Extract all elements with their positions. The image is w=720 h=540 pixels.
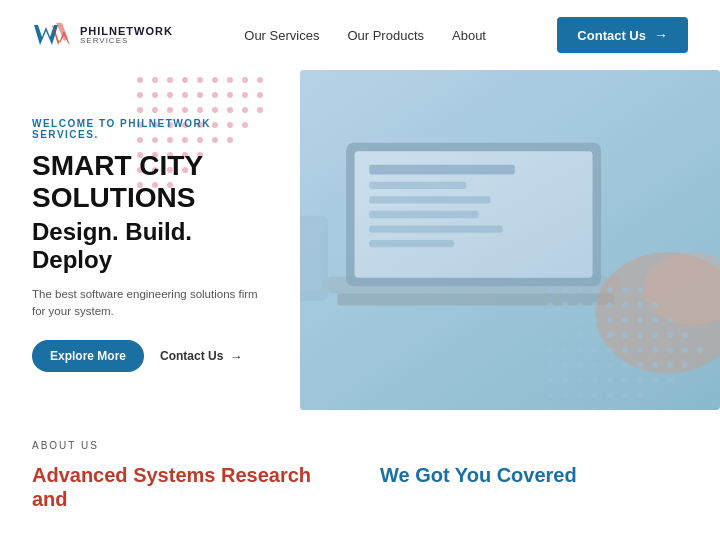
- about-columns: Advanced Systems Research and We Got You…: [32, 463, 688, 511]
- hero-contact-link[interactable]: Contact Us →: [160, 349, 242, 364]
- svg-rect-67: [338, 293, 615, 305]
- our-services-link[interactable]: Our Services: [244, 28, 319, 43]
- about-label: ABOUT US: [32, 440, 688, 451]
- navbar: PHILNETWORK SERVICES Our Services Our Pr…: [0, 0, 720, 70]
- svg-marker-0: [34, 25, 58, 45]
- our-products-link[interactable]: Our Products: [347, 28, 424, 43]
- explore-more-button[interactable]: Explore More: [32, 340, 144, 372]
- logo-icon: [32, 19, 72, 51]
- logo-sub: SERVICES: [80, 37, 173, 46]
- hero-image-bg: [300, 70, 720, 410]
- svg-rect-63: [369, 196, 490, 203]
- about-section: ABOUT US Advanced Systems Research and W…: [0, 410, 720, 511]
- svg-rect-65: [369, 225, 503, 232]
- arrow-icon: →: [654, 27, 668, 43]
- hero-left-content: WELCOME TO PHILNETWORK SERVICES. SMART C…: [0, 70, 290, 410]
- svg-rect-62: [369, 182, 466, 189]
- about-link[interactable]: About: [452, 28, 486, 43]
- welcome-text: WELCOME TO PHILNETWORK SERVICES.: [32, 118, 258, 140]
- laptop-illustration: [300, 70, 720, 410]
- hero-description: The best software engineering solutions …: [32, 286, 258, 321]
- nav-links: Our Services Our Products About: [244, 26, 486, 44]
- logo-text: PHILNETWORK SERVICES: [80, 25, 173, 46]
- contact-arrow-icon: →: [229, 349, 242, 364]
- hero-section: dots WELCOME TO PHILNETWORK SERVICES. SM…: [0, 70, 720, 410]
- nav-our-services[interactable]: Our Services: [244, 26, 319, 44]
- about-col1-title: Advanced Systems Research and: [32, 463, 340, 511]
- hero-subtitle: Design. Build. Deploy: [32, 218, 258, 274]
- svg-rect-66: [369, 240, 454, 247]
- svg-rect-71: [300, 223, 322, 291]
- nav-about[interactable]: About: [452, 26, 486, 44]
- hero-image: [300, 70, 720, 410]
- contact-us-button[interactable]: Contact Us →: [557, 17, 688, 53]
- svg-rect-61: [369, 165, 515, 175]
- hero-actions: Explore More Contact Us →: [32, 340, 258, 372]
- about-col2-title: We Got You Covered: [380, 463, 688, 511]
- hero-title: SMART CITY SOLUTIONS: [32, 150, 258, 214]
- nav-our-products[interactable]: Our Products: [347, 26, 424, 44]
- logo-name: PHILNETWORK: [80, 25, 173, 37]
- svg-rect-64: [369, 211, 478, 218]
- logo[interactable]: PHILNETWORK SERVICES: [32, 19, 173, 51]
